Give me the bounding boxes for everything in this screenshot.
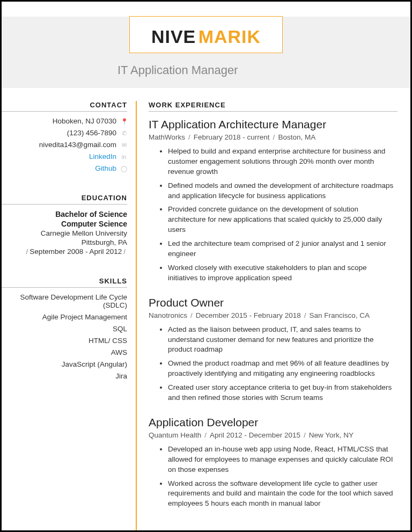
name-box: NIVE MARIK bbox=[129, 16, 283, 53]
last-name: MARIK bbox=[198, 26, 261, 47]
header-band: NIVE MARIK IT Application Manager bbox=[2, 17, 410, 88]
job-company-0: MathWorks bbox=[149, 133, 185, 141]
job-meta-2: Quantum Health/April 2012 - December 201… bbox=[149, 431, 398, 439]
skill-item: SQL bbox=[2, 325, 127, 333]
work-exp-heading: WORK EXPERIENCE bbox=[149, 101, 398, 112]
github-icon: ◯ bbox=[121, 165, 127, 172]
sidebar: CONTACT Hoboken, NJ 07030 📍 (123) 456-78… bbox=[2, 101, 137, 530]
edu-degree: Bachelor of Science bbox=[2, 210, 127, 218]
job-bullets-0: Helped to build and expand enterprise ar… bbox=[149, 147, 398, 283]
top-spacer bbox=[2, 2, 410, 17]
location-icon: 📍 bbox=[121, 118, 127, 125]
contact-github[interactable]: Github ◯ bbox=[2, 164, 127, 172]
job-bullets-2: Developed an in-house web app using Node… bbox=[149, 444, 398, 509]
contact-email: nivedita143@gmail.com ✉ bbox=[2, 141, 127, 149]
edu-field: Computer Science bbox=[2, 220, 127, 228]
first-name: NIVE bbox=[151, 26, 196, 47]
bullet: Defined models and owned the development… bbox=[168, 181, 398, 201]
contact-phone: (123) 456-7890 ✆ bbox=[2, 129, 127, 137]
skill-item: Jira bbox=[2, 372, 127, 380]
bullet: Developed an in-house web app using Node… bbox=[168, 444, 398, 475]
contact-linkedin[interactable]: LinkedIn in bbox=[2, 152, 127, 161]
bullet: Worked closely with executive stakeholde… bbox=[168, 263, 398, 283]
bullet: Owned the product roadmap and met 96% of… bbox=[168, 359, 398, 379]
job-dates-2: April 2012 - December 2015 bbox=[210, 431, 300, 439]
skills-heading: SKILLS bbox=[2, 277, 127, 288]
job-title: IT Application Manager bbox=[2, 54, 410, 88]
skill-item: Agile Project Management bbox=[2, 313, 127, 321]
edu-school: Carnegie Mellon University bbox=[2, 229, 127, 237]
city-text: Hoboken, NJ 07030 bbox=[53, 117, 116, 125]
main: WORK EXPERIENCE IT Application Architect… bbox=[137, 101, 398, 530]
skills-list: Software Development Life Cycle (SDLC) A… bbox=[2, 293, 127, 380]
phone-icon: ✆ bbox=[121, 130, 127, 136]
skill-item: JavaScript (Angular) bbox=[2, 360, 127, 368]
linkedin-icon: in bbox=[121, 154, 127, 160]
bullet: Led the architecture team comprised of 2… bbox=[168, 239, 398, 259]
contact-heading: CONTACT bbox=[2, 101, 127, 112]
job-title-2: Application Developer bbox=[149, 416, 398, 429]
job-loc-2: New York, NY bbox=[309, 431, 354, 439]
phone-text: (123) 456-7890 bbox=[67, 129, 116, 137]
edu-dates: /September 2008 - April 2012/ bbox=[2, 247, 127, 256]
education-block: EDUCATION Bachelor of Science Computer S… bbox=[2, 194, 127, 256]
job-loc-0: Boston, MA bbox=[278, 133, 315, 141]
job-2: Application Developer Quantum Health/Apr… bbox=[149, 416, 398, 509]
bullet: Helped to build and expand enterprise ar… bbox=[168, 147, 398, 177]
job-meta-1: Nanotronics/December 2015 - February 201… bbox=[149, 311, 398, 319]
job-company-2: Quantum Health bbox=[149, 431, 201, 439]
contact-block: CONTACT Hoboken, NJ 07030 📍 (123) 456-78… bbox=[2, 101, 127, 172]
github-text: Github bbox=[95, 164, 116, 172]
job-dates-0: February 2018 - current bbox=[194, 133, 270, 141]
job-meta-0: MathWorks/February 2018 - current/Boston… bbox=[149, 133, 398, 141]
skill-item: HTML/ CSS bbox=[2, 337, 127, 345]
email-text: nivedita143@gmail.com bbox=[39, 141, 116, 149]
education-heading: EDUCATION bbox=[2, 194, 127, 205]
job-1: Product Owner Nanotronics/December 2015 … bbox=[149, 296, 398, 403]
job-0: IT Application Architecture Manager Math… bbox=[149, 118, 398, 283]
skill-item: Software Development Life Cycle (SDLC) bbox=[2, 293, 127, 309]
bullet: Worked across the software development l… bbox=[168, 479, 398, 509]
skills-block: SKILLS Software Development Life Cycle (… bbox=[2, 277, 127, 380]
edu-location: Pittsburgh, PA bbox=[2, 238, 127, 246]
job-title-0: IT Application Architecture Manager bbox=[149, 118, 398, 131]
job-dates-1: December 2015 - February 2018 bbox=[196, 311, 301, 319]
job-title-1: Product Owner bbox=[149, 296, 398, 309]
edu-date-text: September 2008 - April 2012 bbox=[30, 247, 122, 256]
skill-item: AWS bbox=[2, 348, 127, 356]
job-company-1: Nanotronics bbox=[149, 311, 187, 319]
bullet: Acted as the liaison between product, IT… bbox=[168, 325, 398, 355]
job-bullets-1: Acted as the liaison between product, IT… bbox=[149, 325, 398, 403]
bullet: Created user story acceptance criteria t… bbox=[168, 383, 398, 403]
linkedin-text: LinkedIn bbox=[89, 152, 116, 161]
job-loc-1: San Francisco, CA bbox=[309, 311, 370, 319]
bullet: Provided concrete guidance on the develo… bbox=[168, 205, 398, 235]
email-icon: ✉ bbox=[121, 142, 127, 148]
contact-city: Hoboken, NJ 07030 📍 bbox=[2, 117, 127, 125]
content: CONTACT Hoboken, NJ 07030 📍 (123) 456-78… bbox=[2, 88, 410, 530]
